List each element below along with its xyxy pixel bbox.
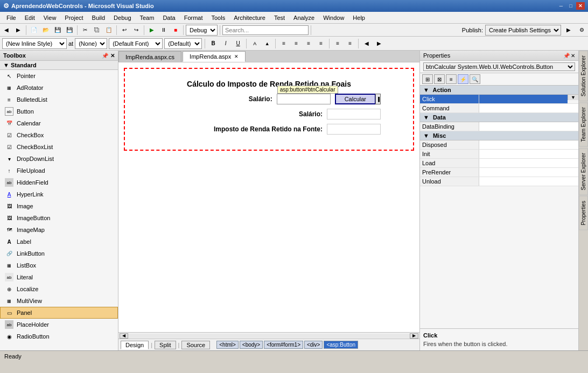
prop-close-button[interactable]: ✕ <box>571 53 575 59</box>
menu-help[interactable]: Help <box>348 13 369 22</box>
toolbox-item-literal[interactable]: ab Literal <box>0 271 118 283</box>
prop-row-prerender[interactable]: PreRender <box>420 168 578 177</box>
menu-test[interactable]: Test <box>270 13 289 22</box>
prop-click-value[interactable] <box>479 95 568 103</box>
toolbox-item-multiview[interactable]: ▦ MultiView <box>0 295 118 307</box>
inline-style-dropdown[interactable]: (New Inline Style) <box>2 38 67 49</box>
prop-search-btn[interactable]: 🔍 <box>470 74 480 84</box>
menu-team[interactable]: Team <box>136 13 159 22</box>
numbered-list-button[interactable]: ≡ <box>345 38 355 49</box>
toolbox-item-hiddenfield[interactable]: ab HiddenField <box>0 177 118 188</box>
forward-button[interactable]: ▶ <box>13 25 24 36</box>
prop-prerender-value[interactable] <box>479 168 578 177</box>
team-explorer-tab[interactable]: Team Explorer <box>579 102 588 146</box>
breadcrumb-body[interactable]: <body> <box>240 341 263 349</box>
toolbox-item-checkbox[interactable]: ☑ CheckBox <box>0 129 118 141</box>
minimize-button[interactable]: ─ <box>557 2 565 10</box>
toolbox-item-fileupload[interactable]: ↑ FileUpload <box>0 165 118 177</box>
cut-button[interactable]: ✂ <box>80 25 90 36</box>
size-dropdown[interactable]: (Default) <box>164 38 202 49</box>
align-right-button[interactable]: ≡ <box>303 38 314 49</box>
menu-debug[interactable]: Debug <box>109 13 135 22</box>
calcular-button[interactable]: Calcular <box>335 94 376 104</box>
toolbox-close-button[interactable]: ✕ <box>110 53 115 59</box>
toolbox-item-listbox[interactable]: ▦ ListBox <box>0 259 118 271</box>
toolbox-item-imagemap[interactable]: 🗺 ImageMap <box>0 224 118 236</box>
pause-button[interactable]: ⏸ <box>158 25 169 36</box>
prop-row-command[interactable]: Command <box>420 104 578 113</box>
run-button[interactable]: ▶ <box>146 25 157 36</box>
prop-load-value[interactable] <box>479 159 578 167</box>
publish-settings-button[interactable]: ⚙ <box>576 25 587 36</box>
toolbox-item-image[interactable]: 🖼 Image <box>0 200 118 212</box>
tab-close-icon[interactable]: ✕ <box>234 54 239 59</box>
toolbox-item-calendar[interactable]: 📅 Calendar <box>0 117 118 129</box>
paste-button[interactable]: 📋 <box>103 25 114 36</box>
prop-row-disposed[interactable]: Disposed <box>420 140 578 150</box>
prop-disposed-value[interactable] <box>479 140 578 149</box>
tab-imprenda-cs[interactable]: ImpRenda.aspx.cs <box>118 51 181 62</box>
font-dropdown[interactable]: (Default Font) <box>109 38 163 49</box>
target-dropdown[interactable]: (None) <box>75 38 107 49</box>
menu-data[interactable]: Data <box>158 13 179 22</box>
menu-analyze[interactable]: Analyze <box>289 13 319 22</box>
menu-architecture[interactable]: Architecture <box>229 13 270 22</box>
bullet-list-button[interactable]: ≡ <box>332 38 343 49</box>
toolbox-pin-button[interactable]: 📌 <box>102 53 108 59</box>
save-button[interactable]: 💾 <box>52 25 63 36</box>
breadcrumb-form[interactable]: <form#form1> <box>264 341 303 349</box>
toolbox-section-standard[interactable]: ▼ Standard <box>0 61 118 70</box>
maximize-button[interactable]: □ <box>566 2 575 10</box>
toolbox-item-button[interactable]: ab Button <box>0 105 118 117</box>
properties-side-tab[interactable]: Properties <box>579 196 588 230</box>
menu-file[interactable]: File <box>2 13 20 22</box>
align-center-button[interactable]: ≡ <box>291 38 302 49</box>
prop-databinding-value[interactable] <box>479 122 578 131</box>
breadcrumb-aspbutton[interactable]: <asp:Button <box>324 341 358 349</box>
scroll-left-button[interactable]: ◀ <box>120 333 128 339</box>
horizontal-scrollbar[interactable]: ◀ ▶ <box>118 332 419 339</box>
font-color-button[interactable]: A <box>249 38 260 49</box>
source-mode-button[interactable]: Source <box>181 341 210 349</box>
solution-explorer-tab[interactable]: Solution Explorer <box>579 51 588 101</box>
menu-edit[interactable]: Edit <box>20 13 39 22</box>
prop-row-databinding[interactable]: DataBinding <box>420 122 578 131</box>
toolbox-item-imagebutton[interactable]: 🖼 ImageButton <box>0 212 118 224</box>
menu-format[interactable]: Format <box>180 13 207 22</box>
menu-view[interactable]: View <box>39 13 61 22</box>
copy-button[interactable]: ⿻ <box>92 25 102 36</box>
toolbox-item-hyperlink[interactable]: A HyperLink <box>0 188 118 200</box>
prop-init-value[interactable] <box>479 150 578 158</box>
italic-button[interactable]: I <box>220 38 231 49</box>
prop-events-btn[interactable]: ⚡ <box>458 74 468 84</box>
breadcrumb-div[interactable]: <div> <box>304 341 323 349</box>
resize-handle[interactable]: ▐ <box>375 94 381 104</box>
new-file-button[interactable]: 📄 <box>29 25 39 36</box>
prop-sort-alpha[interactable]: ⊠ <box>434 74 445 84</box>
menu-window[interactable]: Window <box>319 13 348 22</box>
prop-row-click[interactable]: Click ▼ <box>420 95 578 104</box>
publish-settings-dropdown[interactable]: Create Publish Settings <box>485 25 561 36</box>
toolbox-item-checkboxlist[interactable]: ☑ CheckBoxList <box>0 141 118 153</box>
align-left-button[interactable]: ≡ <box>278 38 289 49</box>
save-all-button[interactable]: 💾 <box>64 25 75 36</box>
prop-section-misc[interactable]: ▼ Misc <box>420 131 578 140</box>
prop-sort-category[interactable]: ⊞ <box>422 74 433 84</box>
toolbox-item-pointer[interactable]: ↖ Pointer <box>0 70 118 82</box>
publish-button[interactable]: ▶ <box>563 25 574 36</box>
design-mode-button[interactable]: Design <box>121 341 149 349</box>
prop-command-value[interactable] <box>479 104 578 112</box>
outdent-button[interactable]: ◀ <box>361 38 372 49</box>
toolbox-item-adrotator[interactable]: ▦ AdRotator <box>0 82 118 94</box>
back-button[interactable]: ◀ <box>1 25 12 36</box>
prop-section-data[interactable]: ▼ Data <box>420 113 578 122</box>
prop-unload-value[interactable] <box>479 177 578 186</box>
tab-imprenda-aspx[interactable]: ImpRenda.aspx ✕ <box>183 51 246 62</box>
redo-button[interactable]: ↪ <box>131 25 142 36</box>
breadcrumb-html[interactable]: <html> <box>216 341 239 349</box>
close-button[interactable]: ✕ <box>576 2 585 10</box>
highlight-button[interactable]: ▲ <box>262 38 272 49</box>
search-input[interactable] <box>222 25 309 35</box>
align-justify-button[interactable]: ≡ <box>316 38 326 49</box>
prop-section-action[interactable]: ▼ Action <box>420 86 578 95</box>
